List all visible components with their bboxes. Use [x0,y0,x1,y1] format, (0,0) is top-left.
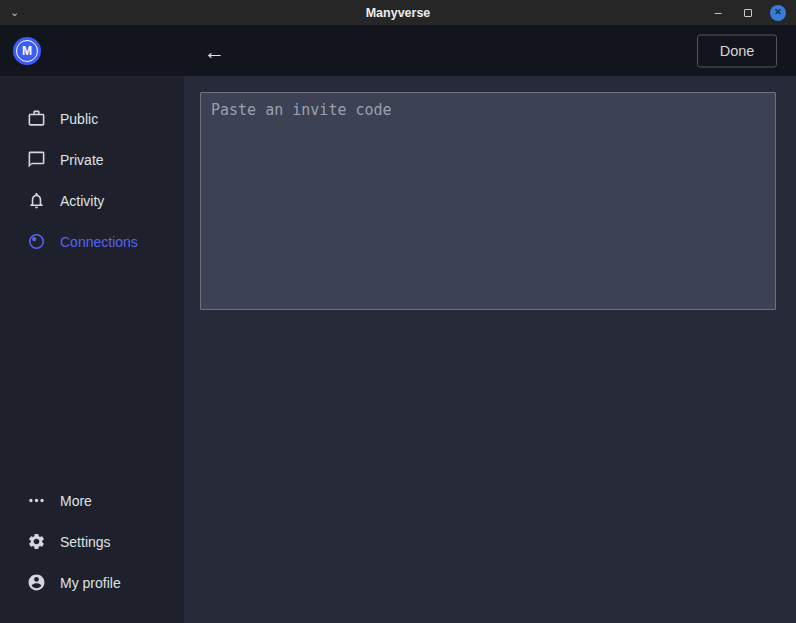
sidebar-item-private[interactable]: Private [0,139,184,180]
window-menu-chevron-icon[interactable]: ⌄ [10,7,19,18]
titlebar: ⌄ Manyverse – ✕ [0,0,796,25]
sidebar-item-my-profile[interactable]: My profile [0,562,184,603]
briefcase-icon [27,109,46,128]
window-controls: – ✕ [710,5,786,21]
done-button[interactable]: Done [697,34,777,67]
manyverse-logo: M [13,37,41,65]
window-title: Manyverse [0,6,796,20]
sidebar-item-label: Connections [60,234,138,250]
sidebar-item-activity[interactable]: Activity [0,180,184,221]
sidebar-item-label: More [60,493,92,509]
profile-icon [27,573,46,592]
gear-icon [27,532,46,551]
message-bubble-icon [27,150,46,169]
invite-code-input[interactable] [200,92,776,310]
restore-icon [744,9,752,17]
sidebar-item-label: Public [60,111,98,127]
app-header: M ← Done [0,25,796,76]
close-button[interactable]: ✕ [770,5,786,21]
sidebar-spacer [0,262,184,480]
sidebar-item-public[interactable]: Public [0,98,184,139]
sidebar-item-label: My profile [60,575,121,591]
sidebar-item-label: Private [60,152,104,168]
app-body: Public Private Activity Connections [0,76,796,623]
dots-horizontal-icon [27,491,46,510]
sidebar-item-more[interactable]: More [0,480,184,521]
restore-button[interactable] [740,5,756,21]
sidebar-item-label: Settings [60,534,111,550]
sidebar-item-settings[interactable]: Settings [0,521,184,562]
sidebar: Public Private Activity Connections [0,76,184,623]
main-content [184,76,796,623]
sidebar-item-connections[interactable]: Connections [0,221,184,262]
connections-icon [27,232,46,251]
minimize-button[interactable]: – [710,5,726,21]
back-button[interactable]: ← [204,40,225,61]
logo-letter: M [16,40,38,62]
app-window: ⌄ Manyverse – ✕ M ← Done Public [0,0,796,623]
sidebar-item-label: Activity [60,193,104,209]
bell-icon [27,191,46,210]
